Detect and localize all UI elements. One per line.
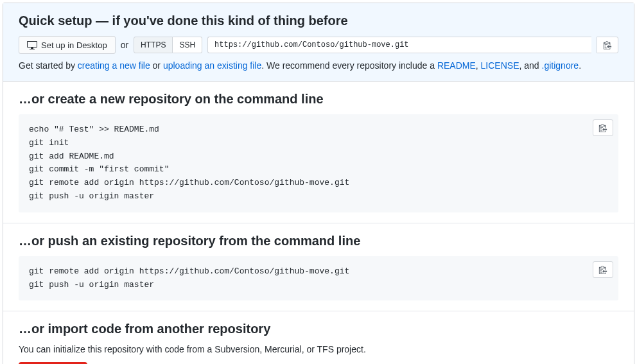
- repo-empty-state: Quick setup — if you've done this kind o…: [3, 3, 634, 364]
- push-repo-title: …or push an existing repository from the…: [19, 234, 618, 248]
- clone-url-input[interactable]: [207, 37, 591, 53]
- copy-push-button[interactable]: [593, 261, 613, 278]
- create-repo-section: …or create a new repository on the comma…: [3, 82, 634, 223]
- create-code-wrap: echo "# Test" >> README.md git init git …: [19, 114, 618, 212]
- desktop-icon: [27, 40, 37, 50]
- or-text: or: [121, 40, 128, 50]
- quick-setup-panel: Quick setup — if you've done this kind o…: [3, 3, 634, 82]
- license-link[interactable]: LICENSE: [481, 60, 519, 71]
- upload-file-link[interactable]: uploading an existing file: [163, 60, 261, 71]
- create-file-link[interactable]: creating a new file: [78, 60, 150, 71]
- readme-link[interactable]: README: [437, 60, 476, 71]
- create-code-block: echo "# Test" >> README.md git init git …: [19, 114, 618, 212]
- https-tab[interactable]: HTTPS: [134, 37, 173, 53]
- clipboard-icon: [598, 265, 607, 274]
- copy-url-button[interactable]: [597, 37, 618, 53]
- push-code-wrap: git remote add origin https://github.com…: [19, 256, 618, 301]
- ssh-tab[interactable]: SSH: [173, 37, 202, 53]
- push-code-block: git remote add origin https://github.com…: [19, 256, 618, 301]
- clipboard-icon: [603, 40, 612, 49]
- copy-create-button[interactable]: [593, 119, 613, 136]
- clone-row: Set up in Desktop or HTTPS SSH: [19, 36, 618, 54]
- import-title: …or import code from another repository: [19, 322, 618, 336]
- setup-desktop-button[interactable]: Set up in Desktop: [19, 36, 116, 54]
- import-section: …or import code from another repository …: [3, 311, 634, 364]
- setup-desktop-label: Set up in Desktop: [41, 40, 107, 50]
- protocol-switcher: HTTPS SSH: [134, 37, 202, 53]
- push-repo-section: …or push an existing repository from the…: [3, 223, 634, 312]
- clipboard-icon: [598, 123, 607, 132]
- import-desc: You can initialize this repository with …: [19, 344, 618, 354]
- create-repo-title: …or create a new repository on the comma…: [19, 92, 618, 107]
- help-text: Get started by creating a new file or up…: [19, 60, 618, 71]
- gitignore-link[interactable]: .gitignore: [542, 60, 579, 71]
- quick-setup-title: Quick setup — if you've done this kind o…: [19, 13, 618, 28]
